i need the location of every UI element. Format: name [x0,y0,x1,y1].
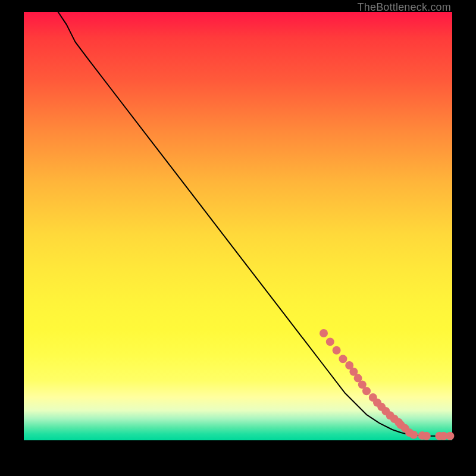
data-point [339,355,347,363]
data-point [326,337,334,346]
data-point [362,387,371,395]
data-point [320,329,328,337]
chart-stage: TheBottleneck.com [0,0,476,476]
data-point [446,432,454,440]
plot-area [24,12,452,440]
data-points-group [320,329,454,440]
data-point [422,432,431,440]
data-point [409,431,418,439]
data-point [333,346,341,355]
bottleneck-curve [58,12,452,436]
chart-svg [24,12,452,440]
